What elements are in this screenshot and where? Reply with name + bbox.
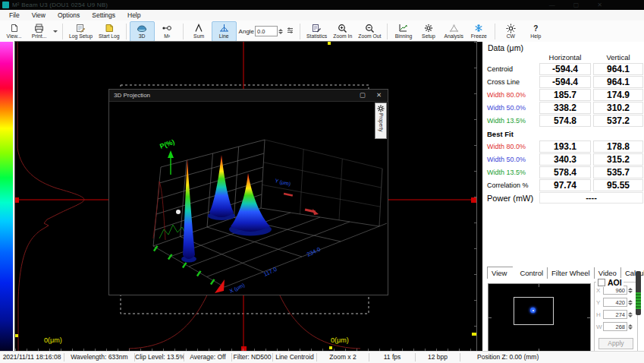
toolbar: View... Print... Log Setup Start Log 3D … <box>0 21 644 42</box>
property-tab[interactable]: Property <box>375 103 387 139</box>
aoi-checkbox[interactable] <box>598 279 605 286</box>
start-log-button[interactable]: Start Log <box>96 21 123 42</box>
row-label-bf-width135: Width 13.5% <box>487 167 537 178</box>
right-panel: Data (μm) Horizontal Vertical Centroid -… <box>482 42 644 351</box>
y-axis-label: Y (μm) <box>275 178 291 188</box>
menu-view[interactable]: View <box>26 10 52 21</box>
p-axis: P(%) <box>159 138 175 175</box>
property-tab-label: Property <box>379 113 384 132</box>
projection-titlebar[interactable]: 3D Projection ▢ ✕ <box>109 90 388 102</box>
help-button[interactable]: ? Help <box>523 21 548 42</box>
3d-button[interactable]: 3D <box>130 21 155 42</box>
v-axis-zero-label: 0(μm) <box>44 336 62 344</box>
zoom-out-icon <box>365 24 375 33</box>
h-axis-zero-label: 0(μm) <box>331 336 349 344</box>
binning-button[interactable]: Binning <box>391 21 416 42</box>
setup-button[interactable]: Setup <box>416 21 441 42</box>
p-axis-label: P(%) <box>159 138 175 150</box>
projection-maximize-icon[interactable]: ▢ <box>360 90 366 101</box>
power-value: ---- <box>539 192 643 204</box>
bf-width135-v-value: 535.7 <box>593 166 643 178</box>
angle-input[interactable] <box>255 26 278 36</box>
tab-video[interactable]: Video <box>595 267 621 279</box>
statistics-button[interactable]: Statistics <box>303 21 330 42</box>
close-icon[interactable]: ✕ <box>597 0 602 10</box>
sum-button[interactable]: Sum <box>187 21 212 42</box>
zoom-out-button[interactable]: Zoom Out <box>355 21 384 42</box>
angle-spinner[interactable] <box>278 29 283 34</box>
x-axis-label: X (μm) <box>228 283 246 295</box>
aoi-w-spinner[interactable] <box>628 324 633 330</box>
camera-preview[interactable] <box>488 283 591 352</box>
correlation-h-value: 97.74 <box>539 179 591 191</box>
print-icon <box>34 24 44 33</box>
window-title: M² Beam U3 (DOU1 0254 U9 NB) <box>12 2 108 8</box>
right-ruler-ticks <box>474 42 476 351</box>
angle-adjust-icon[interactable] <box>286 24 294 38</box>
menu-file[interactable]: File <box>3 10 26 21</box>
aoi-h-input[interactable] <box>603 310 627 319</box>
centroid-h-value: -594.4 <box>539 63 591 75</box>
cw-button[interactable]: CW <box>498 21 523 42</box>
width50-v-value: 310.2 <box>593 102 643 114</box>
title-bar: M² Beam U3 (DOU1 0254 U9 NB) — ▢ ✕ <box>0 0 644 10</box>
crosshair-marker-left <box>15 197 19 203</box>
beam-image-area[interactable]: 0(μm) 0(μm) 3D Projection ▢ ✕ <box>15 42 476 351</box>
width80-h-value: 185.7 <box>539 89 591 101</box>
separator <box>126 24 127 39</box>
aoi-w-input[interactable] <box>603 322 627 331</box>
tab-view[interactable]: View <box>487 267 513 279</box>
beam-peak-main <box>229 173 272 236</box>
view-button[interactable]: View... <box>2 21 27 42</box>
panel-scrollbar[interactable] <box>636 271 641 315</box>
aoi-x-label: X <box>596 287 603 294</box>
aoi-group: AOI X Y H W Apply <box>594 282 638 353</box>
aoi-y-input[interactable] <box>603 298 627 307</box>
freeze-button[interactable]: Freeze <box>467 21 492 42</box>
tab-filter-wheel[interactable]: Filter Wheel <box>548 267 595 279</box>
print-dropdown-icon[interactable] <box>53 30 58 33</box>
tab-control[interactable]: Control <box>516 267 548 279</box>
separator <box>387 24 388 39</box>
scrollbar-thumb[interactable] <box>636 292 641 309</box>
zoom-in-button[interactable]: Zoom In <box>330 21 355 42</box>
row-label-power: Power (mW) <box>487 194 537 203</box>
maximize-icon[interactable]: ▢ <box>573 0 580 10</box>
width135-v-value: 537.2 <box>593 115 643 127</box>
row-label-width135: Width 13.5% <box>487 115 537 127</box>
row-label-bf-width50: Width 50.0% <box>487 154 537 166</box>
aoi-x-spinner[interactable] <box>628 288 633 293</box>
status-datetime: 2021/11/11 18:16:08 <box>0 353 64 361</box>
line-icon <box>219 24 229 33</box>
bf-width50-v-value: 315.2 <box>593 153 643 166</box>
projection-close-icon[interactable]: ✕ <box>376 90 382 101</box>
print-button[interactable]: Print... <box>27 21 52 42</box>
cursor-dot <box>176 210 181 214</box>
log-setup-icon <box>76 24 86 33</box>
vertical-beam-profile-curve <box>17 42 84 351</box>
menu-options[interactable]: Options <box>52 10 86 21</box>
aoi-h-label: H <box>596 311 603 318</box>
status-wavelength: Wavelength: 633nm <box>64 353 135 361</box>
m2-button[interactable]: M² <box>155 21 180 42</box>
log-setup-button[interactable]: Log Setup <box>66 21 96 42</box>
separator <box>300 24 300 39</box>
aoi-y-label: Y <box>596 299 603 306</box>
line-button[interactable]: Line <box>212 21 237 42</box>
marker-top-yellow <box>328 42 331 45</box>
aoi-h-spinner[interactable] <box>628 312 633 317</box>
status-bpp: 12 bpp <box>416 353 460 361</box>
apply-button[interactable]: Apply <box>598 338 633 349</box>
menu-settings[interactable]: Settings <box>86 10 121 21</box>
aoi-label: AOI <box>608 278 622 287</box>
minimize-icon[interactable]: — <box>549 0 555 10</box>
palette-colorbar <box>0 42 13 351</box>
bf-width80-h-value: 193.1 <box>539 140 591 153</box>
aoi-y-spinner[interactable] <box>628 300 633 305</box>
app-icon <box>2 2 9 8</box>
marker-left-yellow <box>15 334 18 337</box>
analysis-button[interactable]: Analysis <box>441 21 466 42</box>
menu-help[interactable]: Help <box>121 10 146 21</box>
3d-beam-plot[interactable]: P(%) 117.0 <box>109 102 388 295</box>
separator <box>183 24 184 39</box>
